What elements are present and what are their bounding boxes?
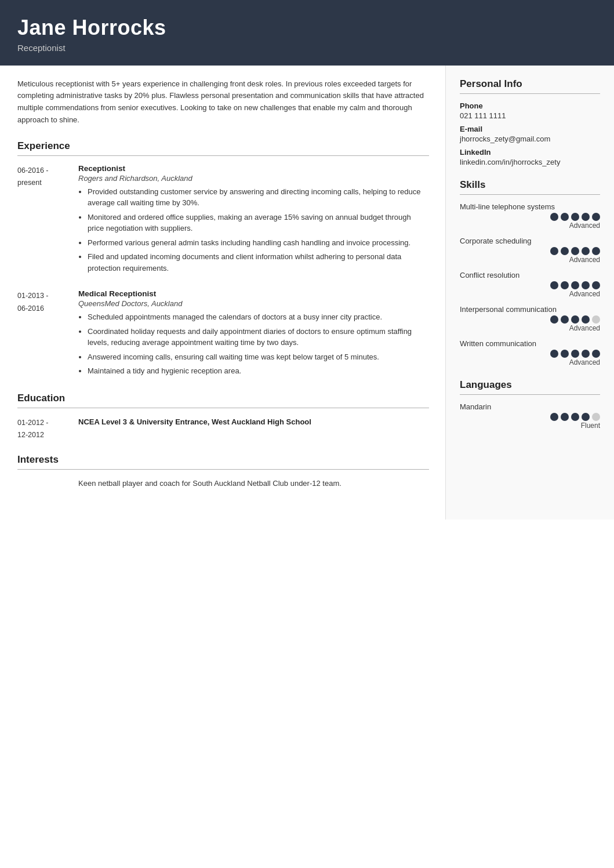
- lang-name: Mandarin: [460, 402, 600, 411]
- exp-company: Rogers and Richardson, Auckland: [78, 174, 429, 183]
- exp-bullets: Provided outstanding customer service by…: [78, 186, 429, 274]
- exp-bullet: Monitored and ordered office supplies, m…: [88, 212, 429, 234]
- lang-level: Fluent: [460, 422, 600, 430]
- skills-title: Skills: [460, 179, 600, 191]
- dot-filled: [561, 413, 569, 421]
- languages-divider: [460, 394, 600, 395]
- personal-info-value: 021 111 1111: [460, 111, 600, 120]
- education-list: 01-2012 -12-2012NCEA Level 3 & Universit…: [17, 416, 429, 442]
- experience-section: Experience 06-2016 -presentReceptionistR…: [17, 140, 429, 380]
- skill-name: Corporate scheduling: [460, 237, 600, 245]
- dot-filled: [571, 350, 579, 358]
- skill-dots-row: [460, 350, 600, 358]
- personal-info-divider: [460, 93, 600, 94]
- dot-filled: [550, 315, 558, 324]
- skill-level: Advanced: [460, 324, 600, 332]
- education-entry: 01-2012 -12-2012NCEA Level 3 & Universit…: [17, 416, 429, 442]
- dot-filled: [582, 315, 590, 324]
- interests-section: Interests Keen netball player and coach …: [17, 454, 429, 489]
- skills-section: Skills Multi-line telephone systemsAdvan…: [460, 179, 600, 366]
- skill-name: Multi-line telephone systems: [460, 202, 600, 211]
- personal-info-list: Phone021 111 1111E-mailjhorrocks_zety@gm…: [460, 101, 600, 166]
- main-layout: Meticulous receptionist with 5+ years ex…: [0, 66, 614, 520]
- personal-info-label: Phone: [460, 101, 600, 110]
- skill-row: Interpersonal communicationAdvanced: [460, 305, 600, 332]
- skill-dots-row: [460, 315, 600, 324]
- dot-filled: [561, 350, 569, 358]
- personal-info-label: LinkedIn: [460, 148, 600, 157]
- education-section: Education 01-2012 -12-2012NCEA Level 3 &…: [17, 393, 429, 442]
- edu-school-name: NCEA Level 3 & University Entrance, West…: [78, 416, 429, 428]
- exp-date: 01-2013 -06-2016: [17, 289, 78, 380]
- dot-filled: [550, 247, 558, 255]
- dot-empty: [592, 413, 600, 421]
- skill-row: Conflict resolutionAdvanced: [460, 271, 600, 298]
- skill-level: Advanced: [460, 290, 600, 298]
- experience-entry: 06-2016 -presentReceptionistRogers and R…: [17, 164, 429, 277]
- dot-filled: [571, 315, 579, 324]
- dot-filled: [582, 413, 590, 421]
- right-column: Personal Info Phone021 111 1111E-mailjho…: [446, 66, 614, 520]
- exp-job-title: Receptionist: [78, 164, 429, 173]
- exp-bullet: Maintained a tidy and hygienic reception…: [88, 365, 429, 377]
- exp-date: 06-2016 -present: [17, 164, 78, 277]
- summary-text: Meticulous receptionist with 5+ years ex…: [17, 78, 429, 126]
- skill-name: Written communication: [460, 339, 600, 348]
- personal-info-label: E-mail: [460, 125, 600, 133]
- dot-filled: [561, 281, 569, 289]
- interests-entry: Keen netball player and coach for South …: [17, 478, 429, 489]
- dot-filled: [561, 213, 569, 221]
- dot-filled: [582, 281, 590, 289]
- skill-name: Conflict resolution: [460, 271, 600, 279]
- dot-filled: [582, 213, 590, 221]
- skill-dots-row: [460, 281, 600, 289]
- dot-filled: [571, 281, 579, 289]
- exp-bullets: Scheduled appointments managed the calen…: [78, 311, 429, 377]
- dot-filled: [550, 281, 558, 289]
- personal-info-section: Personal Info Phone021 111 1111E-mailjho…: [460, 78, 600, 166]
- education-section-title: Education: [17, 393, 429, 404]
- dot-filled: [571, 247, 579, 255]
- dot-filled: [561, 315, 569, 324]
- lang-dots-row: [460, 413, 600, 421]
- dot-filled: [571, 413, 579, 421]
- exp-bullet: Performed various general admin tasks in…: [88, 237, 429, 249]
- interests-text: Keen netball player and coach for South …: [78, 478, 429, 489]
- personal-info-value: linkedin.com/in/jhorrocks_zety: [460, 158, 600, 166]
- dot-filled: [582, 247, 590, 255]
- lang-row: MandarinFluent: [460, 402, 600, 430]
- skill-level: Advanced: [460, 256, 600, 264]
- education-divider: [17, 408, 429, 408]
- dot-filled: [592, 213, 600, 221]
- exp-job-title: Medical Receptionist: [78, 289, 429, 298]
- experience-entry: 01-2013 -06-2016Medical ReceptionistQuee…: [17, 289, 429, 380]
- interests-section-title: Interests: [17, 454, 429, 466]
- edu-content: NCEA Level 3 & University Entrance, West…: [78, 416, 429, 442]
- dot-empty: [592, 315, 600, 324]
- skill-level: Advanced: [460, 358, 600, 366]
- skills-list: Multi-line telephone systemsAdvancedCorp…: [460, 202, 600, 366]
- skill-row: Multi-line telephone systemsAdvanced: [460, 202, 600, 230]
- exp-bullet: Coordinated holiday requests and daily a…: [88, 326, 429, 348]
- experience-section-title: Experience: [17, 140, 429, 152]
- interests-spacer: [17, 478, 78, 489]
- exp-bullet: Answered incoming calls, ensuring call w…: [88, 351, 429, 363]
- interests-divider: [17, 469, 429, 470]
- languages-list: MandarinFluent: [460, 402, 600, 430]
- dot-filled: [550, 413, 558, 421]
- dot-filled: [550, 350, 558, 358]
- skills-divider: [460, 194, 600, 195]
- left-column: Meticulous receptionist with 5+ years ex…: [0, 66, 446, 520]
- exp-content: ReceptionistRogers and Richardson, Auckl…: [78, 164, 429, 277]
- personal-info-value: jhorrocks_zety@gmail.com: [460, 135, 600, 143]
- skill-dots-row: [460, 213, 600, 221]
- skill-dots-row: [460, 247, 600, 255]
- dot-filled: [592, 281, 600, 289]
- exp-bullet: Provided outstanding customer service by…: [88, 186, 429, 209]
- skill-row: Corporate schedulingAdvanced: [460, 237, 600, 264]
- candidate-title: Receptionist: [17, 43, 597, 53]
- dot-filled: [582, 350, 590, 358]
- dot-filled: [592, 350, 600, 358]
- languages-section: Languages MandarinFluent: [460, 379, 600, 430]
- languages-title: Languages: [460, 379, 600, 391]
